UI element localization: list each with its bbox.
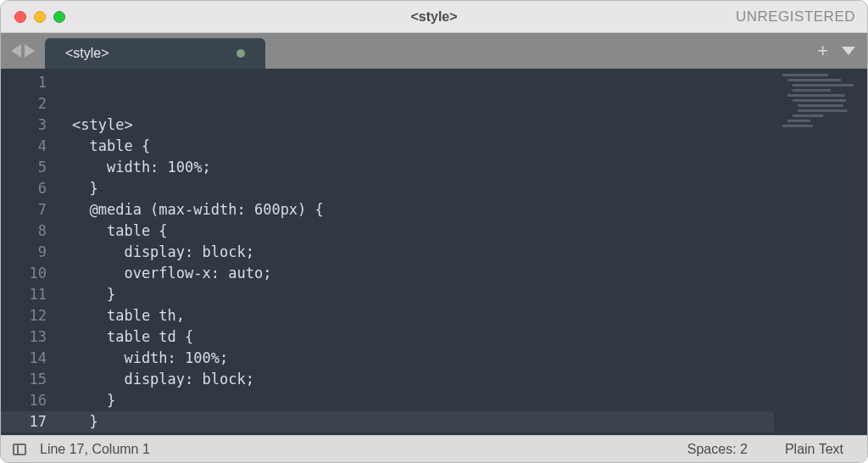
status-bar: Line 17, Column 1 Spaces: 2 Plain Text — [1, 435, 867, 462]
line-number: 12 — [1, 305, 62, 326]
titlebar: <style> UNREGISTERED — [1, 1, 867, 33]
tab-label: <style> — [65, 46, 109, 61]
nav-back-icon[interactable] — [11, 44, 21, 58]
line-number: 14 — [1, 348, 62, 369]
tab-actions: + — [817, 33, 855, 69]
minimap-preview — [782, 74, 859, 133]
code-line: <style> — [62, 114, 774, 136]
line-number: 16 — [1, 390, 62, 411]
code-line: width: 100%; — [62, 157, 774, 178]
code-line: } — [62, 411, 774, 432]
code-line: table td { — [62, 326, 774, 348]
code-line: </style> — [62, 432, 774, 435]
minimize-window-button[interactable] — [34, 11, 46, 23]
maximize-window-button[interactable] — [53, 11, 65, 23]
code-line: width: 100%; — [62, 348, 774, 369]
line-number: 9 — [1, 242, 62, 263]
nav-forward-icon[interactable] — [25, 44, 35, 58]
tab-strip: <style> + — [1, 33, 867, 69]
minimap[interactable] — [774, 69, 867, 435]
file-tab[interactable]: <style> — [45, 38, 265, 69]
line-number-gutter: 1234567891011121314151617 — [1, 69, 62, 435]
new-tab-button[interactable]: + — [817, 40, 828, 62]
unregistered-label: UNREGISTERED — [736, 8, 855, 25]
code-line: @media (max-width: 600px) { — [62, 199, 774, 220]
editor-window: <style> UNREGISTERED <style> + 123456789… — [0, 0, 868, 463]
unsaved-indicator-icon — [236, 49, 245, 58]
syntax-setting[interactable]: Plain Text — [773, 442, 855, 457]
line-number: 8 — [1, 220, 62, 242]
line-number: 17 — [1, 411, 62, 432]
line-number: 3 — [1, 114, 62, 136]
code-line: table { — [62, 136, 774, 157]
line-number: 4 — [1, 136, 62, 157]
code-line: } — [62, 284, 774, 305]
code-line: display: block; — [62, 242, 774, 263]
code-line: table th, — [62, 305, 774, 326]
line-number: 11 — [1, 284, 62, 305]
line-number: 1 — [1, 72, 62, 93]
indentation-setting[interactable]: Spaces: 2 — [676, 442, 760, 457]
tab-history-nav — [1, 33, 45, 69]
code-line: } — [62, 178, 774, 199]
line-number: 15 — [1, 369, 62, 390]
line-number: 10 — [1, 263, 62, 284]
window-controls — [1, 11, 65, 23]
cursor-position[interactable]: Line 17, Column 1 — [40, 442, 150, 457]
line-number: 7 — [1, 199, 62, 220]
close-window-button[interactable] — [14, 11, 26, 23]
line-number: 13 — [1, 326, 62, 348]
editor-area: 1234567891011121314151617 <style> table … — [1, 69, 867, 435]
line-number: 2 — [1, 93, 62, 114]
line-number: 5 — [1, 157, 62, 178]
line-number: 6 — [1, 178, 62, 199]
tab-dropdown-icon[interactable] — [842, 47, 855, 55]
code-line: table { — [62, 220, 774, 242]
code-line: display: block; — [62, 369, 774, 390]
code-line: overflow-x: auto; — [62, 263, 774, 284]
code-editor[interactable]: <style> table { width: 100%; } @media (m… — [62, 69, 774, 435]
sidebar-toggle-icon[interactable] — [13, 443, 26, 455]
code-line: } — [62, 390, 774, 411]
